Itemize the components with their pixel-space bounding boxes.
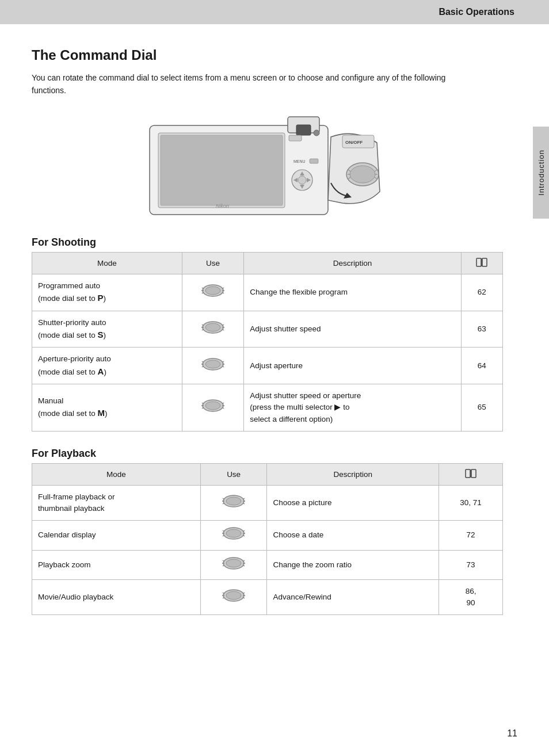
svg-text:MENU: MENU [293, 159, 306, 163]
page-cell: 65 [461, 384, 502, 432]
book-icon [476, 261, 487, 269]
page-cell: 73 [439, 550, 503, 579]
side-tab-label: Introduction [537, 150, 546, 196]
page-cell: 62 [461, 274, 502, 311]
description-cell: Adjust shutter speed or aperture(press t… [244, 384, 461, 432]
svg-point-47 [205, 360, 220, 368]
svg-point-55 [205, 402, 220, 410]
svg-rect-27 [476, 258, 481, 266]
shooting-col-description: Description [244, 252, 461, 274]
playback-col-page [439, 463, 503, 485]
mode-cell: Shutter-priority auto(mode dial set to S… [32, 311, 182, 348]
mode-cell: Programmed auto(mode dial set to P) [32, 274, 182, 311]
playback-section-header: For Playback [32, 448, 503, 460]
svg-rect-62 [466, 469, 470, 478]
page-cell: 63 [461, 311, 502, 348]
table-row: Playback zoom [32, 550, 503, 579]
use-cell [200, 521, 267, 550]
mode-cell: Manual(mode dial set to M) [32, 384, 182, 432]
svg-rect-2 [161, 135, 283, 205]
intro-text: You can rotate the command dial to selec… [32, 71, 481, 97]
use-cell [182, 348, 244, 384]
table-row: Shutter-priority auto(mode dial set to S… [32, 311, 503, 348]
page-cell: 64 [461, 348, 502, 384]
camera-diagram: MENU Nikon ON/OFF [32, 111, 503, 220]
use-cell [182, 311, 244, 348]
use-cell [182, 274, 244, 311]
mode-cell: Aperture-priority auto(mode dial set to … [32, 348, 182, 384]
table-row: Manual(mode dial set to M) [32, 384, 503, 432]
page-number: 11 [507, 728, 517, 739]
table-row: Calendar display [32, 521, 503, 550]
dial-icon [201, 364, 224, 373]
shooting-section-header: For Shooting [32, 236, 503, 249]
description-cell: Choose a picture [267, 485, 439, 521]
shooting-table: Mode Use Description Programmed auto(mod… [32, 252, 503, 432]
svg-point-82 [226, 559, 241, 567]
use-cell [200, 579, 267, 615]
svg-rect-4 [296, 125, 311, 135]
description-cell: Adjust shutter speed [244, 311, 461, 348]
page-cell: 72 [439, 521, 503, 550]
dial-icon [222, 501, 245, 510]
description-cell: Advance/Rewind [267, 579, 439, 615]
table-row: Aperture-priority auto(mode dial set to … [32, 348, 503, 384]
dial-icon [222, 563, 245, 572]
dial-icon [222, 595, 245, 604]
svg-point-39 [205, 323, 220, 331]
dial-icon [201, 291, 224, 299]
table-row: Movie/Audio playback [32, 579, 503, 615]
page-title: The Command Dial [32, 47, 503, 63]
main-content: The Command Dial You can rotate the comm… [0, 24, 549, 648]
description-cell: Adjust aperture [244, 348, 461, 384]
svg-rect-14 [310, 159, 318, 163]
header-bar: Basic Operations [0, 0, 549, 24]
playback-col-mode: Mode [32, 463, 201, 485]
use-cell [200, 485, 267, 521]
svg-point-66 [226, 497, 241, 505]
shooting-col-use: Use [182, 252, 244, 274]
dial-icon [222, 533, 245, 542]
header-title: Basic Operations [439, 7, 514, 17]
page-cell: 30, 71 [439, 485, 503, 521]
svg-point-90 [226, 591, 241, 600]
svg-point-74 [226, 529, 241, 537]
svg-rect-6 [289, 135, 302, 141]
playback-col-use: Use [200, 463, 267, 485]
svg-point-5 [314, 130, 319, 136]
use-cell [182, 384, 244, 432]
svg-point-19 [350, 166, 375, 183]
svg-text:Nikon: Nikon [216, 203, 229, 209]
svg-text:ON/OFF: ON/OFF [345, 140, 363, 145]
mode-cell: Calendar display [32, 521, 201, 550]
use-cell [200, 550, 267, 579]
svg-rect-28 [482, 258, 487, 266]
page-cell: 86,90 [439, 579, 503, 615]
svg-point-8 [298, 176, 306, 184]
playback-col-description: Description [267, 463, 439, 485]
book-icon-playback [465, 472, 476, 480]
table-row: Full-frame playback orthumbnail playback [32, 485, 503, 521]
shooting-col-page [461, 252, 502, 274]
description-cell: Choose a date [267, 521, 439, 550]
mode-cell: Full-frame playback orthumbnail playback [32, 485, 201, 521]
side-tab: Introduction [533, 127, 549, 219]
mode-cell: Movie/Audio playback [32, 579, 201, 615]
mode-cell: Playback zoom [32, 550, 201, 579]
dial-icon [201, 327, 224, 336]
svg-point-31 [205, 287, 220, 295]
shooting-col-mode: Mode [32, 252, 182, 274]
svg-rect-63 [471, 469, 476, 478]
table-row: Programmed auto(mode dial set to P) [32, 274, 503, 311]
playback-table: Mode Use Description Full-frame playback [32, 463, 503, 616]
description-cell: Change the zoom ratio [267, 550, 439, 579]
description-cell: Change the flexible program [244, 274, 461, 311]
dial-icon [201, 406, 224, 414]
